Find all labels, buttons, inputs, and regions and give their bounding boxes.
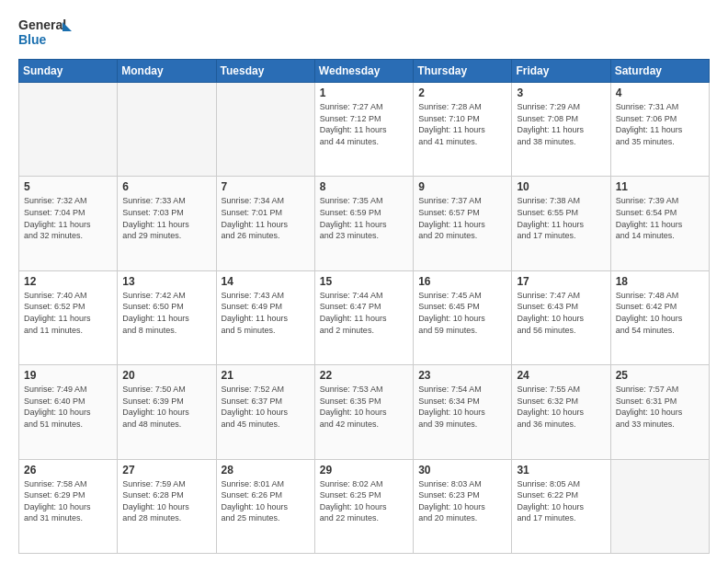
calendar-cell: 8Sunrise: 7:35 AM Sunset: 6:59 PM Daylig… <box>314 177 413 270</box>
weekday-header-tuesday: Tuesday <box>216 60 314 83</box>
calendar-cell: 2Sunrise: 7:28 AM Sunset: 7:10 PM Daylig… <box>414 83 512 177</box>
day-info: Sunrise: 7:43 AM Sunset: 6:49 PM Dayligh… <box>222 290 310 336</box>
day-number: 7 <box>222 180 310 193</box>
day-number: 8 <box>320 180 408 193</box>
day-info: Sunrise: 7:54 AM Sunset: 6:34 PM Dayligh… <box>418 384 506 430</box>
day-info: Sunrise: 7:37 AM Sunset: 6:57 PM Dayligh… <box>418 195 506 241</box>
calendar-cell: 29Sunrise: 8:02 AM Sunset: 6:25 PM Dayli… <box>314 459 413 553</box>
day-number: 21 <box>222 369 310 382</box>
calendar-cell <box>216 83 314 177</box>
calendar-header-row: SundayMondayTuesdayWednesdayThursdayFrid… <box>19 60 710 83</box>
weekday-header-friday: Friday <box>512 60 610 83</box>
calendar-cell: 28Sunrise: 8:01 AM Sunset: 6:26 PM Dayli… <box>216 459 314 553</box>
calendar-cell: 14Sunrise: 7:43 AM Sunset: 6:49 PM Dayli… <box>216 270 314 364</box>
day-number: 14 <box>222 275 310 288</box>
calendar-cell: 4Sunrise: 7:31 AM Sunset: 7:06 PM Daylig… <box>610 83 709 177</box>
day-number: 1 <box>320 86 408 99</box>
day-info: Sunrise: 7:31 AM Sunset: 7:06 PM Dayligh… <box>616 101 704 147</box>
day-info: Sunrise: 7:47 AM Sunset: 6:43 PM Dayligh… <box>517 290 605 336</box>
day-info: Sunrise: 7:59 AM Sunset: 6:28 PM Dayligh… <box>122 478 210 524</box>
calendar-cell: 13Sunrise: 7:42 AM Sunset: 6:50 PM Dayli… <box>118 270 216 364</box>
day-number: 9 <box>418 180 506 193</box>
day-info: Sunrise: 7:35 AM Sunset: 6:59 PM Dayligh… <box>320 195 408 241</box>
calendar-table: SundayMondayTuesdayWednesdayThursdayFrid… <box>18 59 710 554</box>
day-info: Sunrise: 7:50 AM Sunset: 6:39 PM Dayligh… <box>122 384 210 430</box>
calendar-cell: 22Sunrise: 7:53 AM Sunset: 6:35 PM Dayli… <box>314 365 413 459</box>
calendar-cell: 11Sunrise: 7:39 AM Sunset: 6:54 PM Dayli… <box>610 177 709 270</box>
calendar-cell: 7Sunrise: 7:34 AM Sunset: 7:01 PM Daylig… <box>216 177 314 270</box>
day-info: Sunrise: 7:32 AM Sunset: 7:04 PM Dayligh… <box>24 195 112 241</box>
svg-text:General: General <box>18 17 66 32</box>
day-number: 6 <box>122 180 210 193</box>
day-info: Sunrise: 7:58 AM Sunset: 6:29 PM Dayligh… <box>24 478 112 524</box>
week-row-0: 1Sunrise: 7:27 AM Sunset: 7:12 PM Daylig… <box>19 83 710 177</box>
day-number: 12 <box>24 275 112 288</box>
day-info: Sunrise: 7:33 AM Sunset: 7:03 PM Dayligh… <box>122 195 210 241</box>
day-number: 17 <box>517 275 605 288</box>
day-info: Sunrise: 7:34 AM Sunset: 7:01 PM Dayligh… <box>222 195 310 241</box>
calendar-cell: 25Sunrise: 7:57 AM Sunset: 6:31 PM Dayli… <box>610 365 709 459</box>
day-info: Sunrise: 7:53 AM Sunset: 6:35 PM Dayligh… <box>320 384 408 430</box>
day-number: 23 <box>418 369 506 382</box>
calendar-cell: 12Sunrise: 7:40 AM Sunset: 6:52 PM Dayli… <box>19 270 118 364</box>
page: GeneralBlue SundayMondayTuesdayWednesday… <box>0 0 728 563</box>
calendar-cell: 30Sunrise: 8:03 AM Sunset: 6:23 PM Dayli… <box>414 459 512 553</box>
day-info: Sunrise: 8:02 AM Sunset: 6:25 PM Dayligh… <box>320 478 408 524</box>
calendar-cell: 5Sunrise: 7:32 AM Sunset: 7:04 PM Daylig… <box>19 177 118 270</box>
day-number: 5 <box>24 180 112 193</box>
logo: GeneralBlue <box>18 15 74 50</box>
day-info: Sunrise: 7:27 AM Sunset: 7:12 PM Dayligh… <box>320 101 408 147</box>
day-info: Sunrise: 7:40 AM Sunset: 6:52 PM Dayligh… <box>24 290 112 336</box>
day-info: Sunrise: 7:28 AM Sunset: 7:10 PM Dayligh… <box>418 101 506 147</box>
day-number: 11 <box>616 180 704 193</box>
calendar-cell: 27Sunrise: 7:59 AM Sunset: 6:28 PM Dayli… <box>118 459 216 553</box>
week-row-2: 12Sunrise: 7:40 AM Sunset: 6:52 PM Dayli… <box>19 270 710 364</box>
calendar-cell <box>610 459 709 553</box>
day-number: 31 <box>517 464 605 477</box>
day-number: 20 <box>122 369 210 382</box>
day-number: 4 <box>616 86 704 99</box>
calendar-cell: 23Sunrise: 7:54 AM Sunset: 6:34 PM Dayli… <box>414 365 512 459</box>
calendar-cell <box>19 83 118 177</box>
calendar-cell: 21Sunrise: 7:52 AM Sunset: 6:37 PM Dayli… <box>216 365 314 459</box>
day-number: 16 <box>418 275 506 288</box>
svg-marker-2 <box>63 22 72 31</box>
day-info: Sunrise: 7:45 AM Sunset: 6:45 PM Dayligh… <box>418 290 506 336</box>
calendar-cell: 15Sunrise: 7:44 AM Sunset: 6:47 PM Dayli… <box>314 270 413 364</box>
day-number: 29 <box>320 464 408 477</box>
day-number: 2 <box>418 86 506 99</box>
logo-svg: GeneralBlue <box>18 15 74 50</box>
day-info: Sunrise: 7:57 AM Sunset: 6:31 PM Dayligh… <box>616 384 704 430</box>
weekday-header-sunday: Sunday <box>19 60 118 83</box>
day-number: 15 <box>320 275 408 288</box>
calendar-cell: 6Sunrise: 7:33 AM Sunset: 7:03 PM Daylig… <box>118 177 216 270</box>
weekday-header-thursday: Thursday <box>414 60 512 83</box>
day-number: 27 <box>122 464 210 477</box>
day-info: Sunrise: 7:42 AM Sunset: 6:50 PM Dayligh… <box>122 290 210 336</box>
day-number: 24 <box>517 369 605 382</box>
day-number: 13 <box>122 275 210 288</box>
weekday-header-monday: Monday <box>118 60 216 83</box>
day-number: 30 <box>418 464 506 477</box>
calendar-cell <box>118 83 216 177</box>
day-number: 28 <box>222 464 310 477</box>
week-row-4: 26Sunrise: 7:58 AM Sunset: 6:29 PM Dayli… <box>19 459 710 553</box>
calendar-cell: 18Sunrise: 7:48 AM Sunset: 6:42 PM Dayli… <box>610 270 709 364</box>
day-info: Sunrise: 7:55 AM Sunset: 6:32 PM Dayligh… <box>517 384 605 430</box>
day-number: 25 <box>616 369 704 382</box>
day-info: Sunrise: 7:38 AM Sunset: 6:55 PM Dayligh… <box>517 195 605 241</box>
day-info: Sunrise: 7:44 AM Sunset: 6:47 PM Dayligh… <box>320 290 408 336</box>
calendar-cell: 19Sunrise: 7:49 AM Sunset: 6:40 PM Dayli… <box>19 365 118 459</box>
day-number: 22 <box>320 369 408 382</box>
week-row-1: 5Sunrise: 7:32 AM Sunset: 7:04 PM Daylig… <box>19 177 710 270</box>
day-number: 10 <box>517 180 605 193</box>
day-info: Sunrise: 7:39 AM Sunset: 6:54 PM Dayligh… <box>616 195 704 241</box>
weekday-header-saturday: Saturday <box>610 60 709 83</box>
day-info: Sunrise: 8:01 AM Sunset: 6:26 PM Dayligh… <box>222 478 310 524</box>
calendar-cell: 3Sunrise: 7:29 AM Sunset: 7:08 PM Daylig… <box>512 83 610 177</box>
calendar-cell: 1Sunrise: 7:27 AM Sunset: 7:12 PM Daylig… <box>314 83 413 177</box>
calendar-cell: 31Sunrise: 8:05 AM Sunset: 6:22 PM Dayli… <box>512 459 610 553</box>
day-info: Sunrise: 7:48 AM Sunset: 6:42 PM Dayligh… <box>616 290 704 336</box>
day-number: 3 <box>517 86 605 99</box>
calendar-cell: 10Sunrise: 7:38 AM Sunset: 6:55 PM Dayli… <box>512 177 610 270</box>
